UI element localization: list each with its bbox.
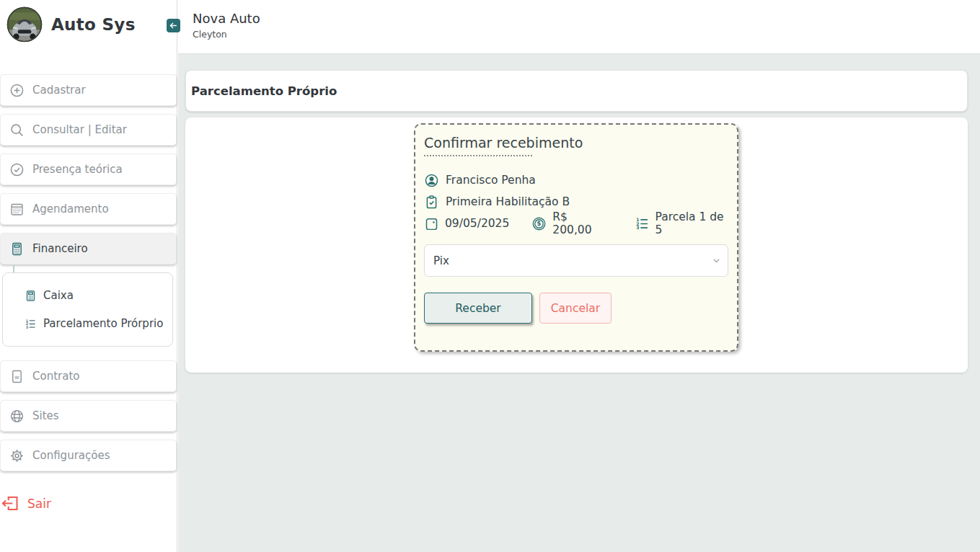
- calculator-icon: [9, 241, 25, 257]
- payment-method-field: Pix: [424, 244, 728, 277]
- sidebar-item-label: Cadastrar: [32, 84, 86, 97]
- installment-group: 123 Parcela 1 de 5: [635, 210, 728, 236]
- ordered-list-icon: 123: [25, 318, 37, 330]
- sidebar-item-cadastrar[interactable]: Cadastrar: [0, 74, 177, 106]
- arrow-left-icon: [169, 21, 178, 30]
- student-row: Francisco Penha: [424, 169, 728, 191]
- panel-title: Confirmar recebimento: [424, 135, 728, 151]
- submenu-connector: [13, 265, 14, 272]
- amount: R$ 200,00: [552, 210, 605, 236]
- plus-circle-icon: [9, 83, 25, 98]
- payment-detail-row: 09/05/2025 $ R$ 200,00: [424, 213, 728, 234]
- sidebar-item-label: Presença teórica: [32, 163, 123, 176]
- receipt-info: Francisco Penha Primeira Habilitação B: [424, 169, 728, 234]
- back-button[interactable]: [167, 19, 180, 32]
- topbar: Nova Auto Cleyton: [178, 0, 980, 54]
- section-title: Parcelamento Próprio: [191, 84, 337, 98]
- installment: Parcela 1 de 5: [655, 210, 728, 236]
- sidebar-item-label: Contrato: [32, 370, 79, 383]
- brand-name: Auto Sys: [51, 15, 136, 34]
- payment-method-select[interactable]: Pix: [424, 244, 728, 277]
- sidebar: Auto Sys Cadastrar Consultar | Editar Pr…: [0, 0, 177, 552]
- submenu-item-label: Caixa: [43, 289, 74, 302]
- panel-title-underline: [424, 155, 532, 156]
- svg-text:w: w: [14, 374, 19, 380]
- sidebar-item-configuracoes[interactable]: Configurações: [0, 440, 177, 471]
- globe-icon: [9, 409, 25, 424]
- sidebar-item-sites[interactable]: Sites: [0, 400, 177, 432]
- receive-button[interactable]: Receber: [424, 293, 532, 324]
- logout-label: Sair: [27, 497, 51, 511]
- sidebar-item-agendamento[interactable]: Agendamento: [0, 193, 177, 225]
- submenu-item-caixa[interactable]: Caixa: [3, 285, 172, 306]
- cancel-button[interactable]: Cancelar: [539, 293, 612, 324]
- amount-group: $ R$ 200,00: [531, 210, 605, 236]
- sidebar-item-financeiro[interactable]: Financeiro: [0, 233, 177, 264]
- word-document-icon: w: [9, 369, 25, 384]
- sidebar-menu: Cadastrar Consultar | Editar Presença te…: [0, 74, 177, 513]
- logout-button[interactable]: Sair: [0, 494, 177, 513]
- content-area: Parcelamento Próprio Confirmar recebimen…: [178, 54, 980, 552]
- sidebar-item-contrato[interactable]: w Contrato: [0, 360, 177, 392]
- dollar-circle-icon: $: [531, 216, 547, 231]
- due-date-group: 09/05/2025: [424, 216, 509, 231]
- sidebar-item-label: Agendamento: [32, 202, 109, 215]
- panel-actions: Receber Cancelar: [424, 293, 728, 324]
- svg-text:3: 3: [636, 225, 639, 230]
- due-date: 09/05/2025: [445, 217, 509, 230]
- sidebar-item-label: Configurações: [32, 449, 110, 462]
- calendar-icon: [424, 216, 439, 231]
- service-row: Primeira Habilitação B: [424, 191, 728, 213]
- main-card: Confirmar recebimento Francisco Penha: [185, 117, 968, 373]
- submenu-item-label: Parcelamento Prórprio: [43, 317, 163, 330]
- ordered-list-icon: 123: [635, 216, 650, 231]
- brand-car-avatar: [6, 6, 43, 43]
- calculator-icon: [25, 290, 37, 302]
- clipboard-check-icon: [424, 195, 439, 210]
- sidebar-item-label: Financeiro: [32, 242, 88, 255]
- submenu-item-parcelamento-proprio[interactable]: 123 Parcelamento Prórprio: [3, 313, 172, 334]
- logout-icon: [1, 494, 20, 513]
- section-header-card: Parcelamento Próprio: [185, 70, 968, 112]
- financeiro-submenu: Caixa 123 Parcelamento Prórprio: [2, 272, 173, 347]
- gear-icon: [9, 448, 25, 463]
- sidebar-item-label: Sites: [32, 409, 59, 422]
- person-circle-icon: [424, 173, 439, 188]
- search-icon: [9, 123, 25, 138]
- service-name: Primeira Habilitação B: [446, 195, 570, 208]
- confirm-receipt-panel: Confirmar recebimento Francisco Penha: [414, 123, 738, 352]
- sidebar-item-label: Consultar | Editar: [32, 123, 127, 136]
- sidebar-item-consultar-editar[interactable]: Consultar | Editar: [0, 114, 177, 146]
- page-subtitle: Cleyton: [193, 29, 980, 40]
- sidebar-item-presenca-teorica[interactable]: Presença teórica: [0, 153, 177, 185]
- brand: Auto Sys: [0, 0, 177, 43]
- car-photo-icon: [6, 6, 43, 43]
- svg-text:3: 3: [26, 324, 29, 329]
- page-title: Nova Auto: [193, 11, 980, 26]
- calendar-grid-icon: [9, 202, 25, 217]
- svg-text:$: $: [537, 220, 542, 227]
- check-circle-icon: [9, 162, 25, 177]
- student-name: Francisco Penha: [446, 174, 536, 187]
